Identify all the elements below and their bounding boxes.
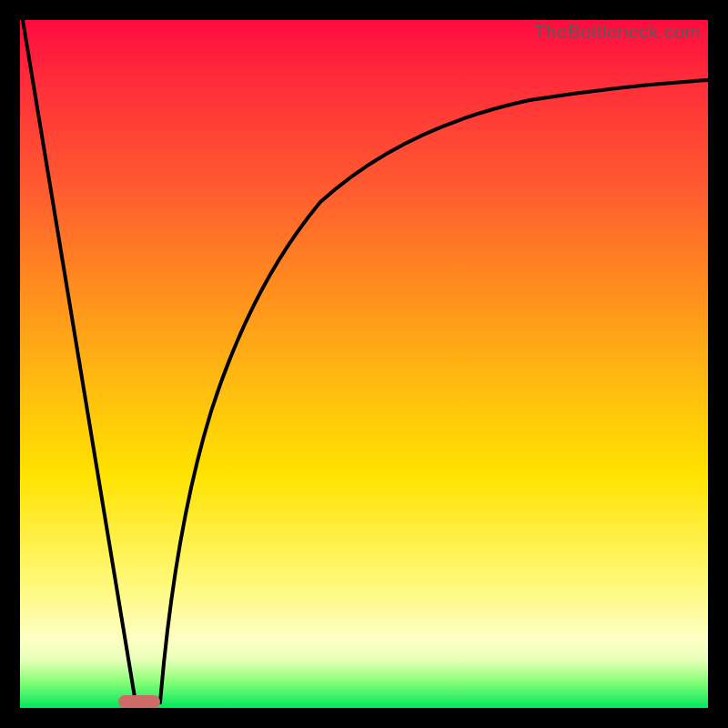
curve-left-linear xyxy=(23,20,136,703)
chart-frame: TheBottleneck.com xyxy=(0,0,728,728)
plot-area: TheBottleneck.com xyxy=(20,20,708,708)
curve-right-saturating xyxy=(160,80,708,703)
bottleneck-curve xyxy=(20,20,708,708)
optimal-marker xyxy=(118,695,160,708)
